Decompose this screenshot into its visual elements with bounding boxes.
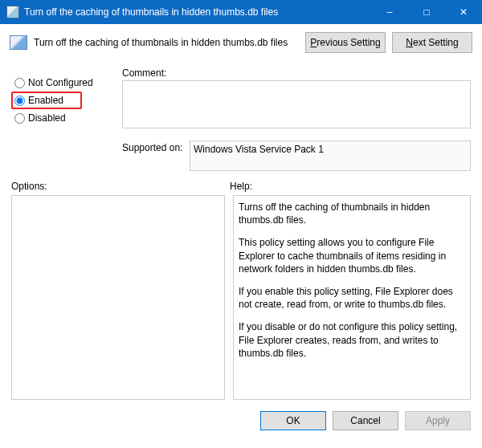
ok-button[interactable]: OK [260, 411, 326, 430]
radio-not-configured-label: Not Configured [28, 77, 93, 88]
cancel-button[interactable]: Cancel [333, 411, 398, 430]
radio-enabled-input[interactable] [14, 96, 25, 106]
help-p2: This policy setting allows you to config… [239, 236, 465, 275]
help-label: Help: [230, 181, 252, 192]
radio-not-configured-input[interactable] [14, 78, 25, 88]
comment-textarea[interactable] [122, 80, 471, 128]
supported-on-value: Windows Vista Service Pack 1 [190, 141, 471, 171]
radio-disabled-input[interactable] [14, 113, 25, 124]
close-button[interactable]: ✕ [445, 0, 482, 24]
window-title: Turn off the caching of thumbnails in hi… [24, 6, 371, 18]
maximize-button[interactable]: □ [408, 0, 445, 24]
window-titlebar: Turn off the caching of thumbnails in hi… [0, 0, 482, 24]
policy-header-icon [10, 35, 27, 50]
minimize-button[interactable]: – [371, 0, 408, 24]
radio-enabled[interactable]: Enabled [11, 92, 82, 109]
help-panel: Turns off the caching of thumbnails in h… [233, 195, 471, 400]
options-panel [11, 195, 225, 400]
supported-on-label: Supported on: [122, 136, 185, 171]
state-radio-group: Not Configured Enabled Disabled [0, 66, 114, 127]
header-row: Turn off the caching of thumbnails in hi… [0, 24, 482, 59]
help-p1: Turns off the caching of thumbnails in h… [239, 201, 465, 226]
help-p4: If you disable or do not configure this … [239, 320, 465, 360]
policy-title: Turn off the caching of thumbnails in hi… [34, 37, 299, 48]
radio-enabled-label: Enabled [28, 95, 63, 106]
radio-not-configured[interactable]: Not Configured [11, 74, 114, 92]
footer-buttons: OK Cancel Apply [0, 400, 482, 430]
radio-disabled-label: Disabled [28, 112, 66, 124]
apply-button[interactable]: Apply [405, 411, 471, 430]
options-label: Options: [11, 181, 230, 192]
previous-setting-button[interactable]: Previous Setting [305, 32, 386, 53]
radio-disabled[interactable]: Disabled [11, 109, 114, 127]
help-p3: If you enable this policy setting, File … [239, 285, 465, 311]
next-setting-button[interactable]: Next Setting [392, 32, 472, 53]
comment-label: Comment: [122, 66, 471, 80]
policy-icon [6, 6, 19, 18]
